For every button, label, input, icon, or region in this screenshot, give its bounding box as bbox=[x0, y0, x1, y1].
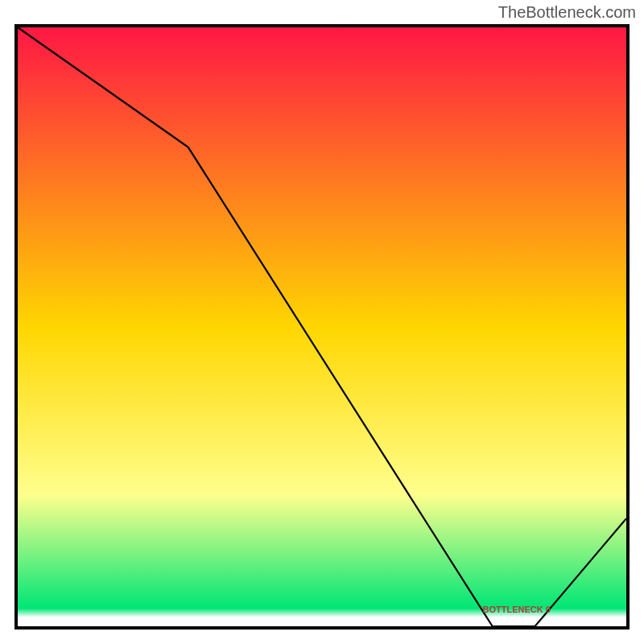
chart-container: TheBottleneck.com BOTTLENECK 0 bbox=[0, 0, 644, 644]
bottleneck-chart: BOTTLENECK 0 bbox=[14, 24, 630, 630]
attribution-text: TheBottleneck.com bbox=[498, 3, 636, 22]
gradient-background bbox=[18, 27, 626, 626]
plot-area: BOTTLENECK 0 bbox=[14, 24, 630, 630]
legend-label: BOTTLENECK 0 bbox=[483, 605, 551, 614]
